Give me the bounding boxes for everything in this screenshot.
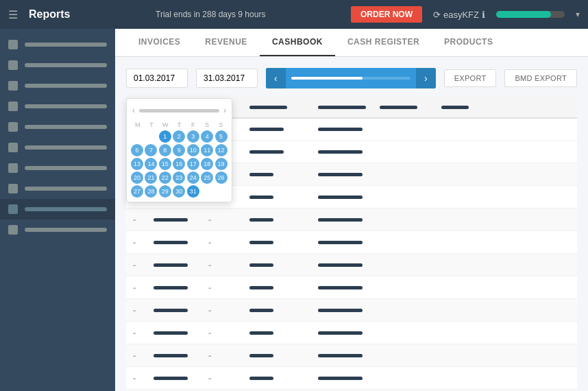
cal-day[interactable]: 2 [173, 130, 185, 143]
menu-icon[interactable]: ☰ [8, 8, 18, 21]
header-bar-6 [441, 106, 469, 109]
table-cell-0-3 [249, 128, 318, 131]
table-cell-5-4 [318, 241, 380, 244]
table-cell-7-1 [154, 286, 208, 289]
cal-day[interactable]: 4 [201, 130, 213, 143]
table-cell-10-3 [249, 354, 318, 357]
sidebar-item-5[interactable] [0, 117, 115, 137]
table-cell-2-4 [318, 173, 380, 176]
tab-revenue[interactable]: REVENUE [193, 29, 260, 56]
table-cell-1-3 [249, 150, 318, 154]
table-cell-6-0: - [133, 259, 154, 271]
cal-day[interactable]: 8 [159, 144, 171, 156]
sidebar-item-4[interactable] [0, 96, 115, 117]
cal-prev-button[interactable]: ‹ [132, 106, 135, 115]
cal-day[interactable]: 15 [159, 158, 171, 170]
cal-day[interactable]: 27 [131, 185, 143, 198]
tab-invoices[interactable]: INVOICES [126, 29, 193, 56]
cal-day[interactable]: 19 [215, 158, 228, 170]
sidebar-icon-9 [8, 204, 18, 214]
table-cell-2-3 [249, 173, 318, 176]
sidebar-label-8 [25, 187, 107, 191]
cal-day[interactable]: 26 [215, 171, 228, 184]
cal-day [215, 185, 228, 198]
cal-day[interactable]: 17 [187, 158, 199, 170]
col-h-6 [441, 106, 496, 109]
table-cell-8-1 [154, 309, 208, 312]
table-cell-8-0: - [133, 304, 154, 316]
cal-day[interactable]: 20 [131, 171, 143, 184]
cal-day[interactable]: 22 [159, 171, 171, 184]
table-cell-10-1 [154, 354, 208, 357]
sidebar-item-9[interactable] [0, 199, 115, 220]
cal-day[interactable]: 25 [201, 171, 213, 184]
table-cell-3-3 [249, 196, 318, 199]
table-cell-5-3 [249, 241, 318, 244]
calendar-header: ‹ › [131, 103, 228, 118]
cal-day[interactable]: 23 [173, 171, 185, 184]
header-chevron-icon[interactable]: ▾ [576, 10, 580, 19]
app-header: ☰ Reports Trial ends in 288 days 9 hours… [0, 0, 588, 29]
cal-day[interactable]: 16 [173, 158, 185, 170]
cal-day[interactable]: 18 [201, 158, 213, 170]
cal-day[interactable]: 28 [145, 185, 157, 198]
table-row: -- [126, 344, 577, 367]
cal-day[interactable]: 3 [187, 130, 199, 143]
table-cell-8-4 [318, 309, 380, 312]
cal-day[interactable]: 24 [187, 171, 199, 184]
cal-day[interactable]: 9 [173, 144, 185, 156]
main-layout: INVOICES REVENUE CASHBOOK CASH REGISTER … [0, 29, 588, 391]
sidebar-label-7 [25, 166, 107, 170]
export-button[interactable]: EXPORT [444, 69, 497, 87]
table-cell-7-4 [318, 286, 380, 289]
sidebar-item-7[interactable] [0, 158, 115, 178]
table-cell-6-2: - [208, 259, 249, 271]
sidebar-item-1[interactable] [0, 34, 115, 55]
nav-prev-button[interactable]: ‹ [266, 68, 286, 88]
tab-cashbook[interactable]: CASHBOOK [260, 29, 335, 56]
cal-day[interactable]: 21 [145, 171, 157, 184]
table-cell-10-0: - [133, 349, 154, 362]
page-title: Reports [29, 8, 70, 21]
info-icon[interactable]: ℹ [482, 10, 485, 20]
cal-day[interactable]: 31 [187, 185, 199, 198]
tab-products[interactable]: PRODUCTS [432, 29, 505, 56]
bmd-export-button[interactable]: BMD EXPORT [504, 69, 577, 87]
sidebar-label-5 [25, 125, 107, 129]
table-cell-5-0: - [133, 236, 154, 248]
cal-next-button[interactable]: › [223, 106, 226, 115]
weekday-sat: S [200, 121, 213, 129]
sidebar-icon-8 [8, 184, 18, 193]
cal-day[interactable]: 10 [187, 144, 199, 156]
cal-day[interactable]: 14 [145, 158, 157, 170]
order-now-button[interactable]: ORDER NOW [351, 6, 422, 23]
table-row: -- [126, 231, 577, 254]
nav-next-button[interactable]: › [416, 68, 436, 88]
tab-cash-register[interactable]: CASH REGISTER [335, 29, 432, 56]
cal-day[interactable]: 11 [201, 144, 213, 156]
cal-day[interactable]: 1 [159, 130, 171, 143]
cal-day[interactable]: 13 [131, 158, 143, 170]
table-cell-9-2: - [208, 327, 249, 339]
table-cell-9-3 [249, 331, 318, 335]
weekday-thu: T [173, 121, 186, 129]
sidebar-item-8[interactable] [0, 178, 115, 199]
cal-day[interactable]: 7 [145, 144, 157, 156]
sidebar-item-10[interactable] [0, 220, 115, 240]
table-cell-7-0: - [133, 281, 154, 294]
cal-day[interactable]: 6 [131, 144, 143, 156]
table-cell-5-1 [154, 241, 208, 244]
date-from-input[interactable] [126, 69, 188, 88]
weekday-mon: M [131, 121, 144, 129]
sidebar-item-3[interactable] [0, 75, 115, 96]
progress-track [496, 11, 565, 18]
date-to-input[interactable] [196, 69, 258, 88]
weekday-fri: F [186, 121, 199, 129]
sidebar-item-2[interactable] [0, 55, 115, 75]
sidebar-icon-7 [8, 163, 18, 173]
cal-day[interactable]: 30 [173, 185, 185, 198]
cal-day[interactable]: 12 [215, 144, 228, 156]
cal-day[interactable]: 29 [159, 185, 171, 198]
sidebar-item-6[interactable] [0, 137, 115, 158]
cal-day[interactable]: 5 [215, 130, 228, 143]
